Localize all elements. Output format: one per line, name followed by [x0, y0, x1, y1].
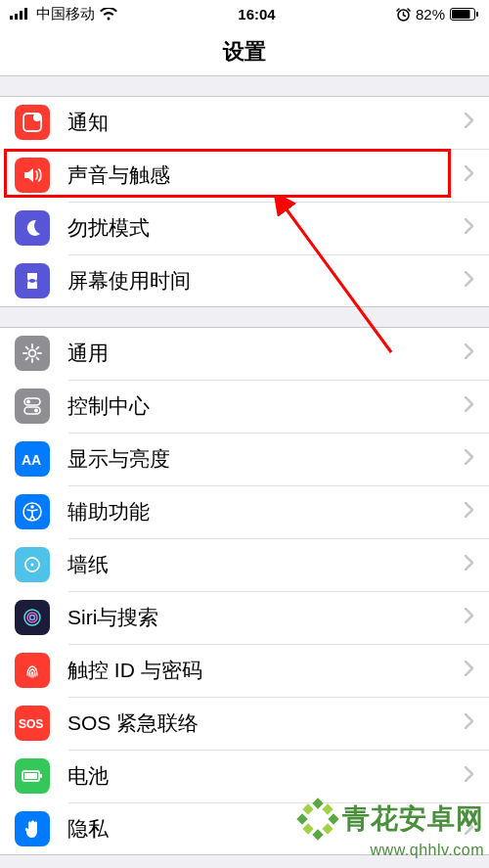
- chevron-right-icon: [465, 271, 474, 291]
- chevron-right-icon: [465, 113, 474, 132]
- row-general[interactable]: 通用: [0, 327, 489, 380]
- settings-group-1: 通知 声音与触感 勿扰模式 屏幕使用时间: [0, 96, 489, 307]
- svg-rect-6: [452, 10, 470, 19]
- chevron-right-icon: [465, 766, 474, 786]
- row-do-not-disturb[interactable]: 勿扰模式: [0, 202, 489, 254]
- chevron-right-icon: [465, 218, 474, 238]
- page-header: 设置: [0, 27, 489, 76]
- chevron-right-icon: [465, 502, 474, 522]
- general-icon: [15, 336, 50, 371]
- row-control-center[interactable]: 控制中心: [0, 380, 489, 433]
- row-sounds-haptics[interactable]: 声音与触感: [0, 149, 489, 202]
- touchid-icon: [15, 653, 50, 688]
- battery-row-icon: [15, 758, 50, 794]
- chevron-right-icon: [465, 555, 474, 574]
- row-label: 通知: [67, 109, 465, 136]
- svg-point-14: [34, 409, 38, 413]
- svg-rect-0: [10, 16, 13, 20]
- chevron-right-icon: [465, 661, 474, 680]
- page-title: 设置: [223, 37, 266, 67]
- row-label: 控制中心: [67, 392, 465, 420]
- row-screen-time[interactable]: 屏幕使用时间: [0, 254, 489, 307]
- svg-rect-2: [20, 11, 22, 20]
- row-label: 声音与触感: [67, 161, 465, 189]
- siri-icon: [15, 600, 50, 635]
- row-siri-search[interactable]: Siri与搜索: [0, 591, 489, 644]
- svg-text:SOS: SOS: [19, 717, 43, 731]
- status-left: 中国移动: [10, 5, 117, 23]
- battery-icon: [450, 8, 479, 21]
- svg-text:AA: AA: [22, 452, 41, 468]
- chevron-right-icon: [465, 819, 474, 839]
- row-label: 隐私: [67, 815, 465, 843]
- watermark-url: www.qhhlv.com: [371, 842, 484, 859]
- svg-point-22: [30, 616, 35, 620]
- row-label: 触控 ID 与密码: [67, 657, 465, 684]
- chevron-right-icon: [465, 713, 474, 733]
- row-label: Siri与搜索: [67, 604, 465, 631]
- row-label: 电池: [67, 762, 465, 790]
- status-time: 16:04: [238, 6, 275, 23]
- display-icon: AA: [15, 441, 50, 477]
- chevron-right-icon: [465, 449, 474, 469]
- svg-rect-7: [476, 12, 478, 17]
- signal-icon: [10, 8, 31, 20]
- row-label: 墙纸: [67, 551, 465, 578]
- chevron-right-icon: [465, 343, 474, 363]
- settings-group-2: 通用 控制中心 AA 显示与亮度 辅助功能 墙纸 Siri与搜索: [0, 327, 489, 855]
- svg-rect-1: [15, 14, 18, 20]
- svg-point-19: [31, 564, 34, 567]
- wifi-icon: [100, 8, 117, 21]
- row-wallpaper[interactable]: 墙纸: [0, 538, 489, 591]
- sos-icon: SOS: [15, 706, 50, 741]
- status-bar: 中国移动 16:04 82%: [0, 0, 489, 27]
- svg-point-10: [29, 350, 36, 357]
- screen-time-icon: [15, 263, 50, 298]
- alarm-icon: [396, 7, 411, 22]
- svg-point-12: [26, 400, 30, 404]
- row-label: 勿扰模式: [67, 214, 465, 242]
- accessibility-icon: [15, 494, 50, 529]
- svg-point-17: [30, 505, 34, 509]
- notifications-icon: [15, 105, 50, 140]
- control-center-icon: [15, 388, 50, 424]
- chevron-right-icon: [465, 396, 474, 416]
- row-label: 辅助功能: [67, 498, 465, 525]
- row-label: 通用: [67, 340, 465, 367]
- privacy-icon: [15, 811, 50, 846]
- dnd-icon: [15, 210, 50, 246]
- chevron-right-icon: [465, 608, 474, 627]
- row-label: 显示与亮度: [67, 445, 465, 473]
- svg-point-21: [27, 613, 37, 622]
- battery-label: 82%: [416, 6, 445, 23]
- row-accessibility[interactable]: 辅助功能: [0, 485, 489, 538]
- svg-rect-3: [24, 8, 27, 20]
- row-touch-id-passcode[interactable]: 触控 ID 与密码: [0, 644, 489, 697]
- row-display-brightness[interactable]: AA 显示与亮度: [0, 433, 489, 485]
- row-notifications[interactable]: 通知: [0, 96, 489, 149]
- row-battery[interactable]: 电池: [0, 750, 489, 802]
- svg-rect-26: [24, 773, 37, 779]
- row-label: SOS 紧急联络: [67, 709, 465, 737]
- row-emergency-sos[interactable]: SOS SOS 紧急联络: [0, 697, 489, 750]
- svg-rect-25: [40, 774, 42, 778]
- carrier-label: 中国移动: [36, 5, 95, 23]
- wallpaper-icon: [15, 547, 50, 582]
- svg-point-9: [33, 114, 41, 121]
- chevron-right-icon: [465, 165, 474, 185]
- sounds-icon: [15, 158, 50, 193]
- status-right: 82%: [396, 6, 479, 23]
- row-label: 屏幕使用时间: [67, 267, 465, 295]
